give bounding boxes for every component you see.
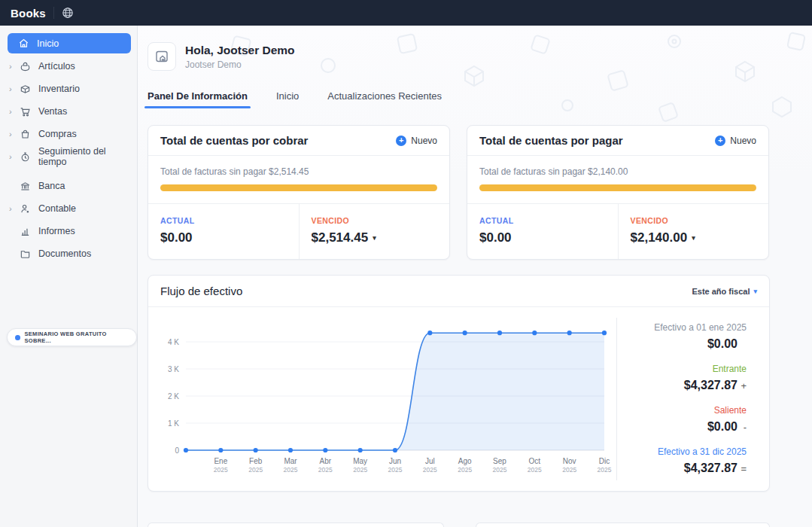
overdue-label: VENCIDO xyxy=(631,216,757,225)
equals-sign-icon: = xyxy=(739,463,747,474)
sidebar-group-gap xyxy=(0,168,137,175)
outgoing-block: Saliente $0.00- xyxy=(617,405,747,434)
top-bar: Books xyxy=(0,0,812,26)
notification-dot-icon xyxy=(15,335,20,340)
org-logo[interactable] xyxy=(147,42,176,71)
new-receivable-button[interactable]: + Nuevo xyxy=(396,136,437,146)
new-payable-button[interactable]: + Nuevo xyxy=(715,136,756,146)
sidebar-item-label: Artículos xyxy=(38,61,75,72)
svg-text:Nov: Nov xyxy=(563,457,576,465)
svg-text:2025: 2025 xyxy=(284,466,298,474)
svg-text:Jun: Jun xyxy=(389,457,401,465)
banking-icon xyxy=(20,180,32,192)
closing-balance-block: Efectivo a 31 dic 2025 $4,327.87= xyxy=(617,446,747,475)
sidebar-item-informes[interactable]: Informes xyxy=(0,220,137,242)
closing-balance-value: $4,327.87 xyxy=(684,462,737,474)
sidebar-item-documentos[interactable]: Documentos xyxy=(0,242,137,265)
cashflow-chart-area: 01 K2 K3 K4 KEne2025Feb2025Mar2025Abr202… xyxy=(148,307,616,491)
chevron-right-icon: › xyxy=(9,84,20,93)
overdue-amount-dropdown[interactable]: $2,140.00 ▾ xyxy=(631,230,757,245)
opening-balance-value: $0.00 xyxy=(707,337,737,350)
tab-inicio[interactable]: Inicio xyxy=(273,86,302,108)
fiscal-year-label: Este año fiscal xyxy=(692,287,750,296)
organization-icon xyxy=(154,49,169,64)
cashflow-card: Flujo de efectivo Este año fiscal ▾ 01 K… xyxy=(147,275,770,492)
chevron-right-icon: › xyxy=(9,62,20,71)
next-card-stub xyxy=(476,522,770,527)
svg-text:Feb: Feb xyxy=(249,457,263,465)
chevron-right-icon: › xyxy=(9,204,20,213)
sidebar-item-articulos[interactable]: › Artículos xyxy=(0,55,137,78)
reports-icon xyxy=(20,225,32,237)
sidebar: Inicio › Artículos › Inventario › Ventas… xyxy=(0,26,138,527)
sidebar-item-compras[interactable]: › Compras xyxy=(0,123,137,145)
sidebar-item-label: Compras xyxy=(38,129,77,139)
payables-card: Total de cuentas por pagar + Nuevo Total… xyxy=(467,125,769,260)
svg-text:2025: 2025 xyxy=(493,466,507,474)
current-amount: $0.00 xyxy=(479,230,606,245)
sidebar-item-contable[interactable]: › Contable xyxy=(0,197,137,220)
current-cell: ACTUAL $0.00 xyxy=(467,204,619,259)
outgoing-label: Saliente xyxy=(617,405,747,416)
app-logo[interactable]: Books xyxy=(11,7,46,20)
overdue-amount: $2,140.00 xyxy=(631,230,688,245)
overdue-amount-dropdown[interactable]: $2,514.45 ▾ xyxy=(312,230,438,245)
sidebar-item-label: Inventario xyxy=(38,84,80,94)
opening-balance-block: Efectivo a 01 ene 2025 $0.00 xyxy=(617,322,747,351)
svg-text:2025: 2025 xyxy=(528,466,542,474)
chevron-down-icon: ▾ xyxy=(753,288,757,295)
fiscal-year-selector[interactable]: Este año fiscal ▾ xyxy=(692,287,757,296)
svg-text:2025: 2025 xyxy=(214,466,228,474)
svg-text:2025: 2025 xyxy=(388,466,403,474)
tab-actualizaciones-recientes[interactable]: Actualizaciones Recientes xyxy=(324,86,445,108)
main-content: Hola, Jootser Demo Jootser Demo Panel De… xyxy=(138,26,812,527)
unpaid-progress-bar xyxy=(160,184,437,191)
plus-icon: + xyxy=(396,136,406,146)
new-button-label: Nuevo xyxy=(730,136,756,146)
webinar-badge-label: SEMINARIO WEB GRATUITO SOBRE... xyxy=(25,331,128,344)
next-card-stub xyxy=(147,522,444,527)
sidebar-item-inventario[interactable]: › Inventario xyxy=(0,78,137,100)
overdue-amount: $2,514.45 xyxy=(312,230,369,245)
plus-icon: + xyxy=(715,136,725,146)
chevron-down-icon: ▾ xyxy=(692,234,695,242)
svg-text:2025: 2025 xyxy=(318,466,333,474)
svg-text:0: 0 xyxy=(175,446,179,455)
svg-text:3 K: 3 K xyxy=(168,365,179,373)
current-label: ACTUAL xyxy=(479,216,606,225)
svg-text:Sep: Sep xyxy=(493,457,506,465)
sidebar-item-seguimiento[interactable]: › Seguimiento del tiempo xyxy=(0,145,137,168)
sidebar-item-label: Contable xyxy=(38,203,76,214)
receivables-title: Total de cuentas por cobrar xyxy=(160,134,308,147)
accountant-icon xyxy=(20,203,32,215)
chevron-down-icon: ▾ xyxy=(373,234,376,242)
opening-balance-label: Efectivo a 01 ene 2025 xyxy=(617,322,747,333)
sidebar-item-inicio[interactable]: Inicio xyxy=(8,33,131,53)
sidebar-item-ventas[interactable]: › Ventas xyxy=(0,100,137,123)
current-cell: ACTUAL $0.00 xyxy=(148,204,300,259)
org-header-text: Hola, Jootser Demo Jootser Demo xyxy=(185,44,295,70)
payables-title: Total de cuentas por pagar xyxy=(479,134,623,147)
current-amount: $0.00 xyxy=(160,230,287,245)
sidebar-item-banca[interactable]: Banca xyxy=(0,175,137,197)
time-tracking-icon xyxy=(20,151,32,163)
globe-icon[interactable] xyxy=(62,7,74,19)
cashflow-summary-panel: Efectivo a 01 ene 2025 $0.00 Entrante $4… xyxy=(617,307,762,491)
chevron-right-icon: › xyxy=(9,129,20,139)
current-label: ACTUAL xyxy=(160,216,287,225)
tab-panel-de-informacion[interactable]: Panel De Información xyxy=(144,86,251,108)
webinar-badge[interactable]: SEMINARIO WEB GRATUITO SOBRE... xyxy=(7,328,137,346)
incoming-block: Entrante $4,327.87+ xyxy=(617,364,747,392)
plus-sign-icon: + xyxy=(739,380,747,391)
svg-text:2025: 2025 xyxy=(598,466,612,474)
chevron-right-icon: › xyxy=(9,107,20,116)
svg-text:2025: 2025 xyxy=(458,466,472,474)
svg-text:Dic: Dic xyxy=(599,457,610,465)
svg-text:Abr: Abr xyxy=(320,457,332,465)
org-name: Jootser Demo xyxy=(185,59,295,70)
svg-text:Ago: Ago xyxy=(458,457,472,465)
unpaid-progress-bar xyxy=(479,184,756,191)
minus-sign-icon: - xyxy=(739,422,747,433)
svg-text:4 K: 4 K xyxy=(168,338,179,346)
overdue-cell: VENCIDO $2,140.00 ▾ xyxy=(619,204,769,259)
